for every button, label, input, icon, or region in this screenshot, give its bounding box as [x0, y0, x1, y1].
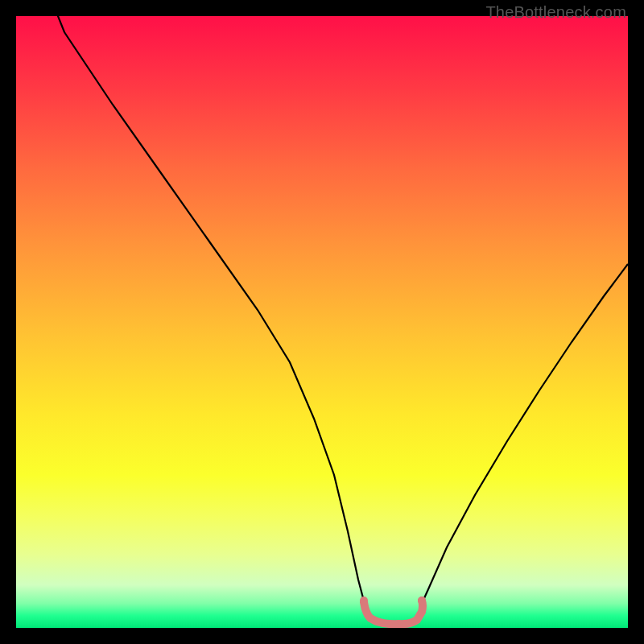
plot-area [16, 16, 628, 628]
watermark-text: TheBottleneck.com [485, 3, 626, 22]
highlight-dot-left [360, 597, 368, 605]
bottleneck-curve-left [48, 16, 365, 607]
bottleneck-curve-right [420, 264, 628, 607]
highlight-dot-right [418, 597, 426, 605]
chart-container: TheBottleneck.com [0, 0, 644, 644]
curve-svg [16, 16, 628, 628]
highlight-band [364, 601, 423, 624]
